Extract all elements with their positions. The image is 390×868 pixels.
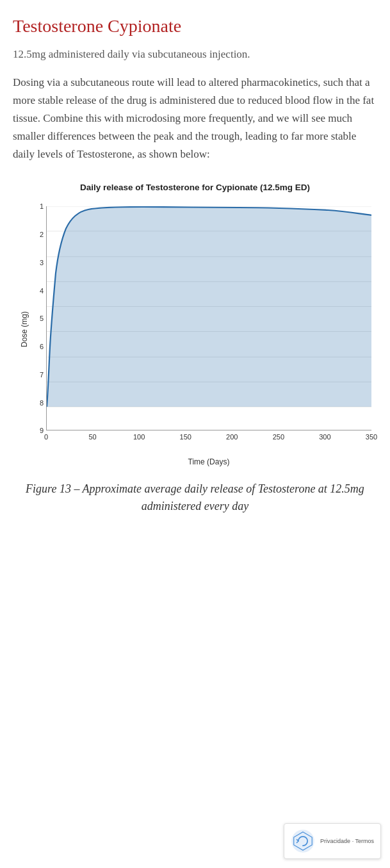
- y-tick-6: 6: [40, 343, 44, 350]
- y-tick-2: 2: [40, 231, 44, 238]
- x-tick-200: 200: [226, 433, 238, 441]
- svg-point-9: [291, 830, 314, 853]
- x-axis-label: Time (Days): [46, 457, 371, 466]
- y-tick-8: 8: [40, 399, 44, 407]
- y-ticks: 123456789: [13, 206, 46, 430]
- chart-plot-area: [46, 206, 371, 430]
- x-tick-250: 250: [273, 433, 284, 441]
- chart-container: Dose (mg) 123456789: [13, 200, 378, 469]
- subtitle-text: 12.5mg administered daily via subcutaneo…: [13, 46, 377, 63]
- recaptcha-icon: [291, 829, 315, 853]
- y-tick-1: 1: [40, 202, 44, 210]
- y-tick-7: 7: [40, 371, 44, 379]
- y-tick-3: 3: [40, 259, 44, 266]
- figure-caption: Figure 13 – Approximate average daily re…: [13, 480, 377, 515]
- page-title: Testosterone Cypionate: [13, 15, 377, 37]
- chart-section: Daily release of Testosterone for Cypion…: [13, 183, 377, 469]
- y-tick-4: 4: [40, 287, 44, 295]
- y-tick-9: 9: [40, 427, 44, 434]
- recaptcha-text: Privacidade · Termos: [320, 837, 374, 846]
- body-paragraph: Dosing via a subcutaneous route will lea…: [13, 74, 377, 163]
- x-tick-350: 350: [366, 433, 377, 441]
- recaptcha-badge: Privacidade · Termos: [284, 823, 381, 859]
- x-tick-0: 0: [44, 433, 48, 441]
- chart-title: Daily release of Testosterone for Cypion…: [13, 183, 377, 192]
- x-tick-100: 100: [133, 433, 145, 441]
- x-tick-150: 150: [180, 433, 191, 441]
- x-tick-50: 50: [88, 433, 96, 441]
- y-tick-5: 5: [40, 315, 44, 322]
- x-ticks: 050100150200250300350: [46, 430, 371, 448]
- x-tick-300: 300: [319, 433, 330, 441]
- chart-svg: [47, 206, 371, 430]
